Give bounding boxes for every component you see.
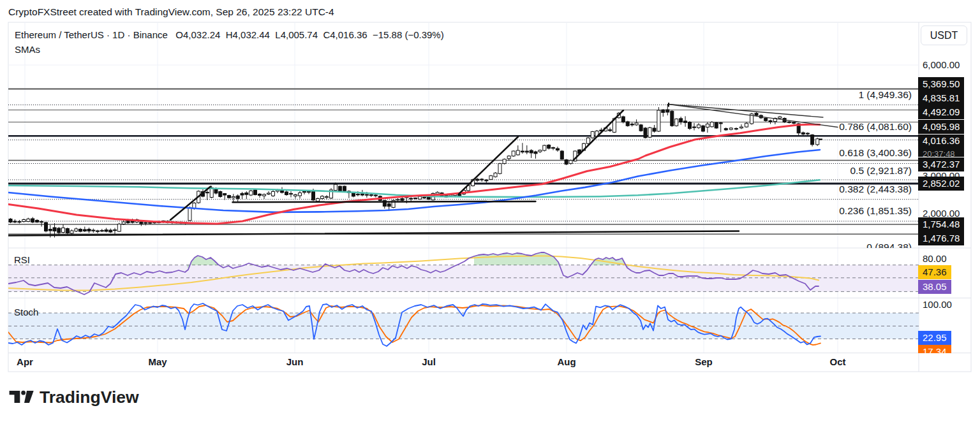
svg-text:TradingView: TradingView xyxy=(40,388,139,407)
